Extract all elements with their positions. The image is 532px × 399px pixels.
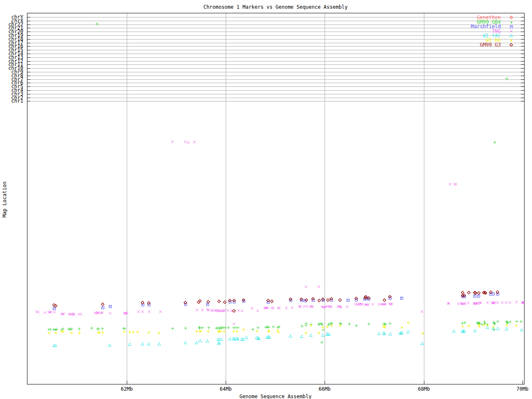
plot-canvas bbox=[0, 0, 532, 399]
chart: Chromosome 1 Markers vs Genome Sequence … bbox=[0, 0, 532, 399]
legend-label: GM99 G3 bbox=[418, 42, 501, 47]
x-tick-label: 66Mb bbox=[312, 387, 337, 392]
x-axis-label: Genome Sequence Assembly bbox=[192, 394, 359, 399]
chart-title: Chromosome 1 Markers vs Genome Sequence … bbox=[159, 4, 392, 10]
x-tick-label: 64Mb bbox=[213, 387, 238, 392]
x-tick-label: 68Mb bbox=[411, 387, 436, 392]
x-tick-label: 62Mb bbox=[114, 387, 139, 392]
y-axis-label: Map Location bbox=[2, 182, 7, 218]
x-tick-label: 70Mb bbox=[510, 387, 532, 392]
y-tick-label: chr1 bbox=[1, 99, 23, 103]
